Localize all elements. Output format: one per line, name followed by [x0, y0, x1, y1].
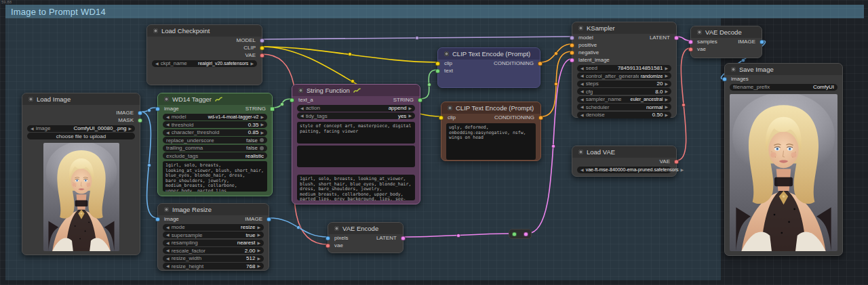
collapse-dot-icon[interactable]: [153, 28, 158, 33]
node-load-checkpoint[interactable]: Load Checkpoint MODEL CLIP VAE ◀ ckpt_na…: [146, 24, 262, 85]
input-port-negative[interactable]: [570, 50, 574, 55]
collapse-dot-icon[interactable]: [334, 226, 339, 231]
result-textarea[interactable]: 1girl, solo, breasts, looking_at_viewer,…: [297, 175, 415, 200]
node-header[interactable]: Image Resize: [158, 204, 269, 215]
widget-model[interactable]: ◀ model wd-v1-4-moat-tagger-v2 ▶: [163, 114, 267, 120]
widget-mode[interactable]: ◀ mode resize ▶: [163, 224, 264, 231]
increment-arrow-icon[interactable]: ▶: [257, 225, 260, 229]
increment-arrow-icon[interactable]: ▶: [665, 66, 668, 70]
output-port-vae[interactable]: [674, 159, 679, 164]
widget-denoise[interactable]: ◀ denoise 0.50 ▶: [577, 112, 671, 118]
collapse-dot-icon[interactable]: [731, 67, 736, 72]
output-port-image[interactable]: [760, 39, 764, 44]
decrement-arrow-icon[interactable]: ◀: [166, 233, 170, 237]
decrement-arrow-icon[interactable]: ◀: [166, 225, 170, 229]
increment-arrow-icon[interactable]: ▶: [408, 114, 412, 118]
node-save-image[interactable]: Save Image images filename_prefix ComfyU…: [724, 63, 843, 256]
widget-tidy-tags[interactable]: ◀ tidy_tags yes ▶: [297, 112, 415, 119]
input-port-clip[interactable]: [435, 61, 440, 66]
widget-character-threshold[interactable]: ◀ character_threshold 0.85 ▶: [163, 129, 267, 136]
collapse-dot-icon[interactable]: [164, 207, 169, 212]
increment-arrow-icon[interactable]: ▶: [665, 105, 668, 109]
widget-control-after-generate[interactable]: ◀ control_after_generate randomize ▶: [577, 72, 671, 79]
output-port-latent[interactable]: [401, 236, 406, 240]
input-port-vae[interactable]: [326, 243, 330, 248]
increment-arrow-icon[interactable]: ▶: [257, 264, 260, 268]
input-port-pixels[interactable]: [326, 236, 330, 240]
widget-resampling[interactable]: ◀ resampling nearest ▶: [163, 240, 264, 246]
increment-arrow-icon[interactable]: ▶: [665, 97, 668, 102]
node-string-function[interactable]: String Function text_a STRING ◀ action a…: [292, 84, 420, 204]
increment-arrow-icon[interactable]: ▶: [260, 123, 264, 127]
increment-arrow-icon[interactable]: ▶: [250, 62, 254, 66]
decrement-arrow-icon[interactable]: ◀: [31, 127, 34, 131]
reroute-input-port[interactable]: [512, 232, 517, 236]
widget-cfg[interactable]: ◀ cfg 8.0 ▶: [577, 88, 671, 95]
output-port-conditioning[interactable]: [538, 61, 542, 66]
increment-arrow-icon[interactable]: ▶: [257, 248, 260, 253]
input-port-positive[interactable]: [570, 43, 574, 47]
increment-arrow-icon[interactable]: ▶: [665, 82, 668, 86]
widget-threshold[interactable]: ◀ threshold 0.35 ▶: [163, 121, 267, 128]
reroute-output-port[interactable]: [524, 232, 528, 236]
widget-sampler-name[interactable]: ◀ sampler_name euler_ancestral ▶: [577, 96, 671, 103]
node-header[interactable]: Save Image: [725, 64, 842, 75]
upload-button[interactable]: choose file to upload: [27, 133, 135, 139]
node-image-resize[interactable]: Image Resize image IMAGE ◀ mode resize ▶…: [157, 203, 269, 271]
input-port-samples[interactable]: [688, 39, 693, 44]
widget-exclude-tags[interactable]: exclude_tags realistic: [163, 152, 267, 159]
widget-rescale-factor[interactable]: ◀ rescale_factor 2.00 ▶: [163, 247, 264, 254]
widget-action[interactable]: ◀ action append ▶: [297, 105, 415, 112]
input-port-model[interactable]: [570, 35, 574, 40]
increment-arrow-icon[interactable]: ▶: [260, 131, 264, 135]
output-port-image[interactable]: [267, 217, 271, 221]
collapse-dot-icon[interactable]: [444, 51, 449, 56]
widget-resize-height[interactable]: ◀ resize_height 768 ▶: [163, 263, 264, 269]
decrement-arrow-icon[interactable]: ◀: [166, 123, 170, 127]
node-clip-text-encode-positive[interactable]: CLIP Text Encode (Prompt) clip CONDITION…: [437, 47, 540, 88]
increment-arrow-icon[interactable]: ▶: [665, 74, 668, 78]
increment-arrow-icon[interactable]: ▶: [257, 257, 260, 261]
decrement-arrow-icon[interactable]: ◀: [166, 115, 170, 119]
widget-resize-width[interactable]: ◀ resize_width 512 ▶: [163, 255, 264, 262]
node-header[interactable]: CLIP Text Encode (Prompt): [441, 102, 540, 114]
node-header[interactable]: CLIP Text Encode (Prompt): [438, 48, 540, 60]
decrement-arrow-icon[interactable]: ◀: [580, 168, 584, 172]
input-port-latent-image[interactable]: [570, 58, 574, 62]
input-port-text[interactable]: [435, 68, 440, 73]
widget-image-file[interactable]: ◀ image ComfyUI_00080_.png ▶: [27, 125, 135, 132]
decrement-arrow-icon[interactable]: ◀: [580, 66, 584, 70]
collapse-dot-icon[interactable]: [578, 26, 583, 30]
decrement-arrow-icon[interactable]: ◀: [580, 89, 584, 93]
decrement-arrow-icon[interactable]: ◀: [166, 241, 170, 245]
node-header[interactable]: Load VAE: [572, 146, 676, 158]
decrement-arrow-icon[interactable]: ◀: [580, 74, 584, 78]
node-load-image[interactable]: Load Image IMAGE MASK ◀ image ComfyUI_00…: [22, 93, 140, 255]
tags-output-textarea[interactable]: 1girl, solo, breasts, looking_at_viewer,…: [163, 161, 267, 192]
input-port-image[interactable]: [155, 106, 160, 111]
toggle-knob-icon[interactable]: [260, 138, 264, 142]
comfyui-canvas[interactable]: 59,88 Image to Prompt WD14: [0, 0, 868, 285]
decrement-arrow-icon[interactable]: ◀: [580, 113, 584, 117]
output-port-image[interactable]: [138, 110, 142, 115]
widget-trailing-comma[interactable]: trailing_comma false: [163, 145, 267, 152]
node-ksampler[interactable]: KSampler model LATENT positive negative …: [572, 22, 677, 118]
decrement-arrow-icon[interactable]: ◀: [580, 82, 584, 86]
node-header[interactable]: Load Checkpoint: [147, 25, 262, 37]
node-header[interactable]: VAE Encode: [328, 223, 403, 234]
output-port-conditioning[interactable]: [538, 115, 543, 120]
decrement-arrow-icon[interactable]: ◀: [580, 105, 584, 109]
input-port-text-a[interactable]: [290, 97, 294, 102]
decrement-arrow-icon[interactable]: ◀: [166, 257, 170, 261]
collapse-dot-icon[interactable]: [28, 97, 33, 102]
increment-arrow-icon[interactable]: ▶: [128, 127, 132, 131]
widget-ckpt-name[interactable]: ◀ ckpt_name realgirl_v20.safetensors ▶: [152, 60, 257, 67]
widget-steps[interactable]: ◀ steps 20 ▶: [577, 81, 671, 87]
output-port-string[interactable]: [270, 106, 275, 111]
output-port-latent[interactable]: [674, 35, 679, 40]
text-a-textarea[interactable]: style of concept art, masterpiece, digit…: [297, 122, 415, 144]
collapse-dot-icon[interactable]: [298, 88, 303, 93]
node-clip-text-encode-negative[interactable]: CLIP Text Encode (Prompt) clip CONDITION…: [441, 102, 541, 161]
decrement-arrow-icon[interactable]: ◀: [166, 131, 170, 135]
node-vae-encode[interactable]: VAE Encode pixels LATENT vae: [328, 222, 403, 253]
